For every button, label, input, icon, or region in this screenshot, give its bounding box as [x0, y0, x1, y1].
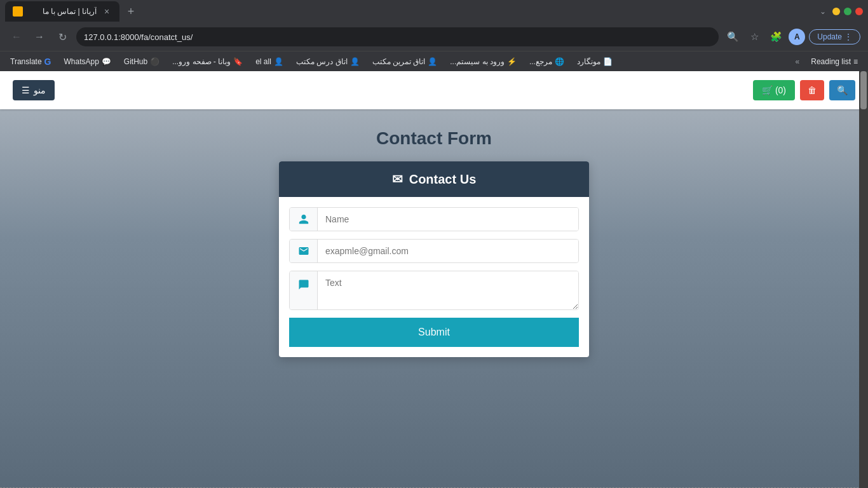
cart-button[interactable]: 🛒 (0) [753, 80, 795, 100]
bookmark-mongard[interactable]: 📄 مونگارد [572, 55, 618, 68]
bookmark-icon: 📄 [603, 57, 613, 66]
tab-title: آریانا | تماس با ما [28, 7, 97, 16]
bookmark-login[interactable]: ⚡ ورود به سیستم... [445, 55, 522, 68]
update-button[interactable]: Update ⋮ [809, 29, 860, 44]
window-controls: ⌄ [820, 7, 863, 16]
bookmark-github[interactable]: ⚫ GitHub [119, 55, 165, 68]
bookmark-el-all[interactable]: 👤 el all [250, 55, 288, 68]
bookmark-label: ورود به سیستم... [450, 57, 505, 66]
browser-chrome: آریانا | تماس با ما × + ⌄ ← → ↻ 🔍 ☆ 🧩 A [0, 0, 868, 71]
search-icon[interactable]: 🔍 [724, 28, 742, 46]
bookmark-label: مرجع... [529, 57, 552, 66]
hamburger-icon: ☰ [22, 85, 30, 95]
contact-form-body: Submit [279, 197, 589, 357]
bookmarks-more-button[interactable]: » [792, 55, 804, 68]
tab-close-button[interactable]: × [102, 6, 112, 17]
page-navbar: ☰ منو 🛒 (0) 🗑 🔍 [0, 71, 868, 109]
cart-icon: 🛒 [762, 85, 773, 95]
trash-icon: 🗑 [808, 85, 817, 95]
bookmark-icon: 💬 [102, 57, 111, 66]
bookmark-label: اتاق تمرین مکتب [372, 57, 426, 66]
contact-form-card: ✉ Contact Us [279, 161, 589, 357]
more-icon: ⋮ [844, 32, 852, 41]
back-button[interactable]: ← [8, 28, 25, 46]
forward-button[interactable]: → [31, 28, 48, 46]
bookmark-label: Translate [10, 57, 42, 66]
page-title: Contact Form [376, 128, 492, 149]
maximize-button[interactable] [844, 8, 851, 15]
trash-button[interactable]: 🗑 [800, 80, 824, 100]
bookmark-reference[interactable]: 🌐 مرجع... [524, 55, 569, 68]
bookmark-icon: 🔖 [233, 57, 243, 66]
contact-form-header-label: Contact Us [409, 172, 477, 187]
extensions-icon[interactable]: 🧩 [767, 28, 785, 46]
url-bar[interactable] [76, 27, 719, 46]
close-window-button[interactable] [855, 8, 863, 15]
navbar-right-actions: 🛒 (0) 🗑 🔍 [753, 80, 855, 100]
menu-label: منو [34, 85, 46, 95]
bookmark-label: el all [255, 57, 271, 66]
bookmark-icon: 👤 [274, 57, 283, 66]
reload-button[interactable]: ↻ [53, 28, 71, 46]
bookmark-icon: ⚫ [150, 57, 159, 66]
envelope-icon: ✉ [392, 172, 403, 187]
search-icon: 🔍 [837, 85, 848, 95]
address-bar: ← → ↻ 🔍 ☆ 🧩 A Update ⋮ [0, 23, 868, 51]
bookmark-wibana[interactable]: 🔖 وبانا - صفحه ورو... [167, 55, 248, 68]
envelope-input-icon [290, 240, 318, 262]
tab-bar: آریانا | تماس با ما × + ⌄ [0, 0, 868, 23]
update-label: Update [817, 32, 842, 41]
name-input[interactable] [318, 208, 578, 231]
scrollbar[interactable] [859, 71, 868, 488]
scrollbar-thumb[interactable] [860, 71, 867, 109]
bookmark-icon: 👤 [350, 57, 360, 66]
reading-list-button[interactable]: ≡ Reading list [806, 55, 863, 68]
reading-list-label: Reading list [811, 57, 851, 66]
reading-list-icon: ≡ [853, 57, 858, 66]
active-tab[interactable]: آریانا | تماس با ما × [5, 1, 119, 22]
forward-icon: → [34, 31, 44, 43]
page-content: ☰ منو 🛒 (0) 🗑 🔍 Contact Form ✉ Contact U… [0, 71, 868, 488]
bookmark-icon: G [44, 57, 51, 67]
minimize-button[interactable] [832, 8, 840, 15]
bookmark-lesson-room[interactable]: 👤 اتاق درس مکتب [291, 55, 365, 68]
name-field-group [289, 207, 579, 231]
chat-icon [290, 271, 318, 309]
text-field-group [289, 271, 579, 310]
address-bar-actions: 🔍 ☆ 🧩 A Update ⋮ [724, 28, 860, 46]
collapse-icon[interactable]: ⌄ [820, 7, 826, 16]
bookmark-label: GitHub [124, 57, 147, 66]
text-input[interactable] [318, 271, 578, 309]
bookmark-label: WhatsApp [64, 57, 98, 66]
bookmark-label: وبانا - صفحه ورو... [172, 57, 231, 66]
avatar[interactable]: A [789, 29, 805, 45]
main-content: Contact Form ✉ Contact Us [0, 109, 868, 488]
bookmark-icon: 👤 [428, 57, 437, 66]
email-field-group [289, 239, 579, 263]
contact-form-header: ✉ Contact Us [279, 161, 589, 197]
new-tab-button[interactable]: + [122, 3, 140, 20]
bookmark-icon: 🌐 [555, 57, 564, 66]
menu-button[interactable]: ☰ منو [13, 80, 55, 100]
bookmark-translate[interactable]: G Translate [5, 55, 56, 69]
bookmark-label: مونگارد [577, 57, 600, 66]
email-input[interactable] [318, 240, 578, 262]
bookmark-icon: ⚡ [507, 57, 517, 66]
star-icon[interactable]: ☆ [745, 28, 763, 46]
submit-button[interactable]: Submit [289, 318, 579, 347]
bookmark-practice-room[interactable]: 👤 اتاق تمرین مکتب [367, 55, 443, 68]
back-icon: ← [11, 31, 22, 43]
tab-favicon [13, 6, 23, 17]
bookmark-whatsapp[interactable]: 💬 WhatsApp [58, 55, 116, 68]
cart-count: (0) [775, 85, 786, 95]
search-button[interactable]: 🔍 [829, 80, 855, 100]
bookmark-label: اتاق درس مکتب [296, 57, 348, 66]
bookmarks-bar: ≡ Reading list » 📄 مونگارد 🌐 مرجع... ⚡ و… [0, 51, 868, 71]
user-icon [290, 208, 318, 231]
reload-icon: ↻ [58, 31, 67, 43]
